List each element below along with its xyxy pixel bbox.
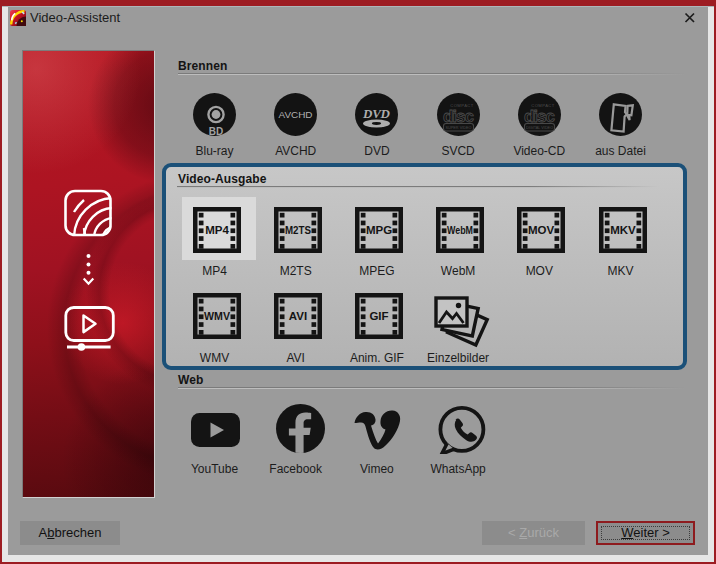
svg-text:AVI: AVI <box>289 310 307 322</box>
svg-text:MOV: MOV <box>528 224 555 236</box>
svg-text:DVD: DVD <box>362 106 391 121</box>
svg-text:MPG: MPG <box>366 224 392 236</box>
svg-text:WMV: WMV <box>204 310 230 322</box>
svg-text:DIGITAL VIDEO: DIGITAL VIDEO <box>526 126 553 130</box>
svg-text:SUPER VIDEO: SUPER VIDEO <box>445 126 471 130</box>
svg-text:MP4: MP4 <box>205 224 229 236</box>
svg-text:GIF: GIF <box>369 310 388 322</box>
svg-text:WebM: WebM <box>447 224 473 236</box>
svg-text:M2TS: M2TS <box>285 224 311 236</box>
svg-text:MKV: MKV <box>610 224 636 236</box>
svg-text:AVCHD: AVCHD <box>279 109 313 120</box>
svg-text:BD: BD <box>209 126 223 136</box>
